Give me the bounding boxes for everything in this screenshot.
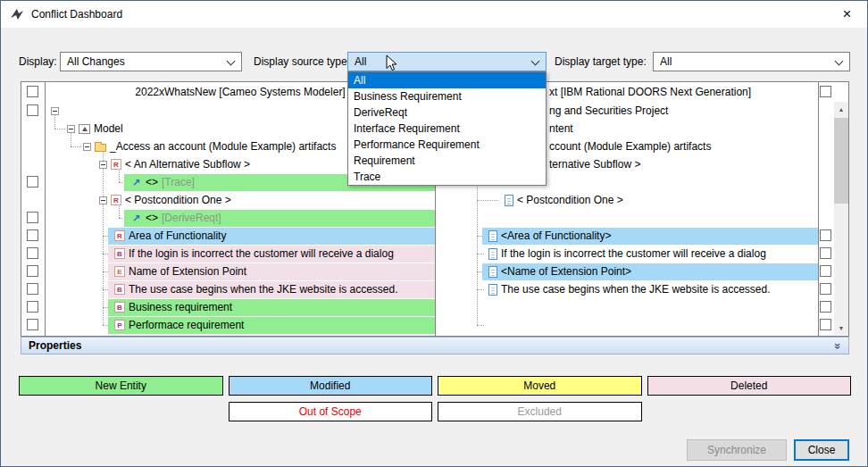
row-checkbox[interactable] (820, 283, 831, 295)
tree-row[interactable]: BThe use case begins when the JKE websit… (46, 280, 435, 298)
scrollbar-thumb[interactable] (834, 118, 848, 204)
row-checkbox[interactable] (820, 319, 831, 330)
tree-row[interactable]: PPerformace requirement (46, 316, 435, 334)
trace-link-icon: ↗ (130, 177, 142, 188)
tree-row-text: If the login is incorrect the customer w… (129, 247, 394, 260)
expander-icon[interactable] (67, 125, 75, 133)
source-type-dropdown-list: AllBusiness RequirementDeriveReqtInterfa… (347, 71, 547, 186)
row-checkbox[interactable] (27, 319, 38, 330)
legend-out-of-scope-button[interactable]: Out of Scope (229, 402, 433, 421)
window-close-button[interactable]: × (827, 1, 867, 27)
dropdown-item[interactable]: All (348, 72, 546, 88)
titlebar[interactable]: Conflict Dashboard × (1, 1, 867, 28)
select-all-checkbox[interactable] (820, 86, 831, 97)
source-panel-title: 2022xWhatsNew [Cameo Systems Modeler] (135, 86, 345, 98)
tree-row[interactable]: RArea of Functionality (46, 227, 435, 245)
indent (46, 200, 99, 201)
tree-row-suffix: [Trace] (162, 176, 195, 188)
conflict-dashboard-window: Conflict Dashboard × Display: All Change… (0, 0, 868, 467)
chevron-down-icon (835, 57, 844, 66)
tree-row-text: ternative Subflow > (549, 158, 640, 171)
indent (436, 254, 482, 254)
tree-row-text: Performace requirement (129, 319, 244, 331)
legend-deleted-button[interactable]: Deleted (647, 376, 852, 396)
properties-label: Properties (29, 339, 81, 352)
dropdown-item[interactable]: Performance Requirement (348, 137, 546, 153)
row-checkbox[interactable] (27, 229, 38, 241)
dropdown-item[interactable]: DeriveReqt (348, 104, 546, 121)
tree-row[interactable] (436, 209, 818, 227)
tree-row-text: < Postcondition One > (125, 194, 231, 206)
tree-row[interactable]: R< Postcondition One > (46, 191, 435, 209)
chevron-down-icon (531, 57, 540, 66)
tree-row-text: If the login is incorrect the customer w… (501, 247, 766, 260)
doors-artifact-icon (488, 248, 497, 260)
app-icon (10, 7, 24, 21)
display-combo[interactable]: All Changes (60, 52, 242, 71)
indent (46, 182, 124, 183)
synchronize-button[interactable]: Synchronize (687, 439, 787, 461)
tree-row[interactable]: BIf the login is incorrect the customer … (46, 245, 435, 263)
tree-row-text: <Area of Functionality> (501, 229, 611, 242)
row-checkbox[interactable] (27, 212, 38, 223)
tree-row[interactable]: The use case begins when the JKE website… (436, 280, 818, 298)
properties-bar[interactable]: Properties » (21, 337, 849, 354)
expander-icon[interactable] (99, 161, 107, 169)
tree-row[interactable]: <Name of Extension Point> (436, 263, 818, 280)
requirement-icon: B (114, 284, 125, 295)
tree-row[interactable] (436, 316, 818, 334)
target-type-combo-value: All (660, 55, 672, 68)
scroll-up-icon[interactable]: ▲ (834, 102, 848, 116)
select-all-checkbox[interactable] (27, 86, 38, 97)
legend-excluded-button[interactable]: Excluded (438, 402, 642, 421)
legend-modified-button[interactable]: Modified (229, 376, 433, 396)
expander-icon[interactable] (83, 143, 91, 151)
dropdown-item[interactable]: Trace (348, 169, 546, 185)
source-type-combo[interactable]: All (347, 52, 547, 71)
target-type-combo[interactable]: All (653, 52, 850, 71)
vertical-scrollbar[interactable]: ▲ ▼ (833, 82, 848, 336)
legend-new-entity-button[interactable]: New Entity (19, 376, 223, 396)
requirement-icon: B (114, 302, 125, 313)
legend-moved-button[interactable]: Moved (438, 376, 642, 396)
tree-row[interactable] (436, 298, 818, 316)
change-highlight: EName of Extension Point (108, 263, 435, 280)
target-panel-title: xt [IBM Rational DOORS Next Generation] (549, 86, 751, 98)
close-button[interactable]: Close (794, 439, 849, 461)
tree-row-text: < Postcondition One > (517, 194, 623, 206)
row-checkbox[interactable] (27, 301, 38, 313)
tree-row[interactable]: EName of Extension Point (46, 263, 435, 280)
change-highlight: BBusiness requirement (108, 299, 435, 316)
indent (46, 289, 108, 290)
filter-toolbar: Display: All Changes Display source type… (1, 52, 867, 71)
change-highlight: RArea of Functionality (108, 228, 435, 245)
row-checkbox[interactable] (27, 176, 38, 188)
indent (436, 236, 482, 237)
expander-icon[interactable] (99, 196, 107, 204)
row-checkbox[interactable] (27, 104, 38, 116)
dropdown-item[interactable]: Interface Requirement (348, 121, 546, 137)
row-checkbox[interactable] (27, 265, 38, 277)
row-checkbox[interactable] (820, 247, 831, 259)
tree-row[interactable]: < Postcondition One > (436, 191, 818, 209)
dropdown-item[interactable]: Business Requirement (348, 88, 546, 104)
change-highlight: <Name of Extension Point> (482, 263, 818, 280)
row-checkbox[interactable] (27, 283, 38, 295)
indent (46, 254, 108, 254)
row-checkbox[interactable] (27, 247, 38, 259)
tree-row[interactable]: ↗<>[DeriveReqt] (46, 209, 435, 227)
indent (436, 200, 498, 201)
display-label: Display: (19, 52, 57, 71)
tree-row-text: ng and Securities Project (549, 104, 668, 117)
tree-row[interactable]: If the login is incorrect the customer w… (436, 245, 818, 263)
row-checkbox[interactable] (820, 301, 831, 313)
dropdown-item[interactable]: Requirement (348, 153, 546, 169)
row-checkbox[interactable] (820, 229, 831, 241)
collapse-chevron-icon[interactable]: » (831, 342, 845, 348)
tree-row-text: The use case begins when the JKE website… (501, 283, 771, 296)
scroll-down-icon[interactable]: ▼ (834, 321, 848, 335)
row-checkbox[interactable] (820, 265, 831, 277)
expander-icon[interactable] (51, 107, 59, 115)
tree-row[interactable]: <Area of Functionality> (436, 227, 818, 245)
tree-row[interactable]: BBusiness requirement (46, 298, 435, 316)
